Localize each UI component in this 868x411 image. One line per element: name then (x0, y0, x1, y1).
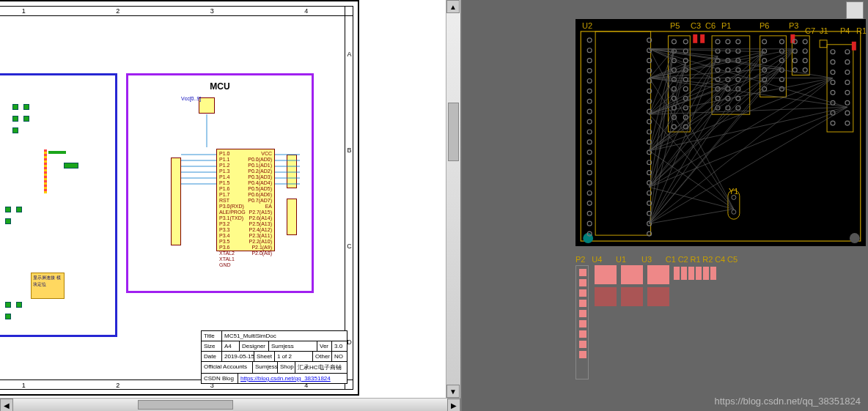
scroll-right-icon[interactable]: ▶ (447, 399, 460, 411)
sch-scrollbar-horizontal[interactable]: ◀ ▶ (0, 398, 460, 411)
svg-point-172 (845, 111, 850, 115)
svg-point-122 (726, 40, 730, 44)
right-connector-2[interactable] (287, 199, 297, 235)
refdes[interactable]: U4 (592, 255, 602, 264)
scroll-thumb-v[interactable] (448, 103, 459, 161)
refdes[interactable]: P3 (789, 21, 798, 30)
pcb-area: U2 P5 C3 C6 P1 P6 P3 C7 J1 P4 R1 Y1 P2 U… (469, 0, 868, 411)
tb-designer-val: Sumjess (269, 341, 317, 351)
sch-scrollbar-vertical[interactable]: ▲ ▼ (446, 0, 460, 398)
footprint-p2[interactable] (575, 265, 589, 379)
svg-rect-49 (693, 34, 697, 43)
refdes[interactable]: C4 (715, 255, 725, 264)
pad-icon[interactable] (5, 207, 11, 212)
refdes[interactable]: U1 (616, 255, 626, 264)
svg-point-54 (587, 38, 592, 42)
resistor-array[interactable] (44, 149, 47, 193)
pcb-board[interactable]: U2 P5 C3 C6 P1 P6 P3 C7 J1 P4 R1 Y1 (575, 19, 866, 246)
refdes[interactable]: P5 (670, 21, 680, 30)
svg-line-210 (650, 107, 847, 151)
pad-icon[interactable] (23, 104, 29, 110)
refdes[interactable]: U3 (641, 255, 652, 264)
svg-point-157 (803, 68, 807, 73)
pcb-pane[interactable]: U2 P5 C3 C6 P1 P6 P3 C7 J1 P4 R1 Y1 P2 U… (469, 0, 868, 411)
svg-point-171 (845, 100, 850, 105)
refdes[interactable]: J1 (820, 26, 828, 35)
mcu-section[interactable]: MCU Vcc[0..9] P1.0VCCP1.1P0.0(AD0)P1.2P0… (126, 73, 314, 293)
footprint-u4b[interactable] (595, 287, 617, 306)
pad-icon[interactable] (5, 302, 11, 308)
pad-icon[interactable] (16, 207, 22, 212)
ruler-col: 1 (22, 7, 26, 15)
tb-blog-hdr: CSDN Blog (202, 374, 238, 383)
svg-point-62 (587, 119, 592, 124)
pad-icon[interactable] (12, 116, 18, 122)
scroll-thumb-h[interactable] (138, 400, 233, 410)
footprint-c5[interactable] (710, 267, 716, 280)
refdes[interactable]: C2 (678, 255, 688, 264)
svg-rect-50 (700, 34, 705, 43)
refdes[interactable]: U2 (582, 21, 592, 30)
pad-icon[interactable] (12, 104, 18, 110)
footprint-c2[interactable] (681, 267, 687, 280)
unplaced-area[interactable]: P2 U4 U1 U3 C1 C2 R1 R2 C4 C5 (575, 255, 742, 382)
pane-splitter[interactable] (462, 0, 469, 411)
pad-icon[interactable] (16, 302, 22, 308)
pad-icon[interactable] (5, 314, 11, 319)
svg-point-48 (732, 210, 736, 214)
pad-icon[interactable] (12, 127, 18, 133)
refdes[interactable]: P2 (575, 255, 585, 264)
refdes[interactable]: P6 (760, 21, 769, 30)
pad-icon[interactable] (64, 163, 78, 169)
svg-line-188 (650, 49, 795, 78)
svg-line-209 (650, 78, 833, 150)
ruler-row: C (347, 242, 352, 250)
tb-title-hdr: Title (202, 331, 222, 341)
refdes[interactable]: C5 (727, 255, 738, 264)
component-block[interactable] (48, 151, 66, 154)
refdes[interactable]: C3 (691, 21, 701, 30)
svg-line-221 (650, 188, 734, 210)
refdes[interactable]: R2 (702, 255, 713, 264)
refdes[interactable]: P1 (721, 21, 731, 30)
footprint-u4[interactable] (595, 265, 617, 284)
footprint-u3[interactable] (647, 265, 669, 284)
scroll-down-icon[interactable]: ▼ (446, 385, 460, 398)
pad-icon[interactable] (23, 116, 29, 122)
footprint-r2[interactable] (696, 267, 702, 280)
pcb-corner-button[interactable] (846, 1, 864, 19)
footprint-c4[interactable] (703, 267, 709, 280)
svg-point-161 (831, 80, 835, 84)
schematic-pane[interactable]: 1 2 3 4 1 2 3 4 A B C D A B C D (0, 0, 462, 411)
svg-point-152 (792, 59, 797, 63)
footprint-u1b[interactable] (621, 287, 643, 306)
pad-icon[interactable] (5, 218, 11, 224)
svg-point-60 (587, 99, 592, 103)
svg-point-170 (845, 90, 850, 95)
refdes[interactable]: P4 (840, 26, 850, 35)
footprint-c1[interactable] (674, 267, 680, 280)
refdes[interactable]: Y1 (729, 187, 738, 196)
svg-rect-53 (852, 42, 856, 51)
tb-designer-hdr: Designer (240, 341, 269, 351)
schematic-sheet[interactable]: 1 2 3 4 1 2 3 4 A B C D A B C D (0, 0, 359, 396)
footprint-u1[interactable] (621, 265, 643, 284)
svg-point-167 (845, 60, 850, 64)
svg-point-55 (587, 48, 592, 53)
svg-point-173 (845, 121, 850, 125)
refdes[interactable]: R1 (856, 26, 867, 35)
tb-size-val: A4 (222, 341, 240, 351)
note-block[interactable]: 显示屏连接 模块定位 (31, 273, 65, 299)
refdes[interactable]: C6 (705, 21, 716, 30)
scroll-left-icon[interactable]: ◀ (0, 399, 13, 411)
footprint-r1[interactable] (688, 267, 694, 280)
refdes[interactable]: C1 (666, 255, 676, 264)
app-root: 1 2 3 4 1 2 3 4 A B C D A B C D (0, 0, 868, 411)
svg-line-214 (650, 49, 674, 188)
refdes[interactable]: C7 (805, 26, 815, 35)
scroll-up-icon[interactable]: ▲ (446, 0, 460, 13)
ruler-top: 1 2 3 4 (0, 6, 353, 16)
footprint-u3b[interactable] (647, 287, 669, 306)
tb-blog-link[interactable]: https://blog.csdn.net/qq_38351824 (238, 374, 347, 383)
refdes[interactable]: R1 (690, 255, 700, 264)
